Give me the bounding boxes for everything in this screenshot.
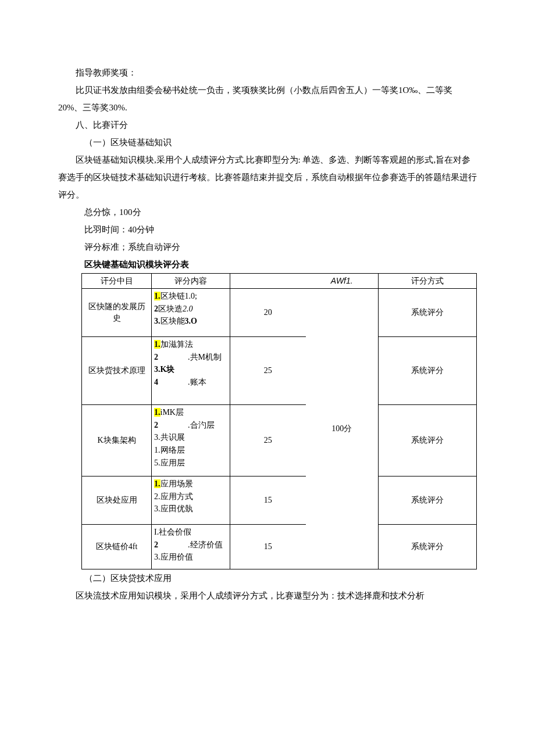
paragraph-cert: 比贝证书发放由组委会秘书处统一负击，奖项狭奖比例（小数点后四舍五人）一等奖1O‰… — [58, 81, 477, 116]
cell-content: I.社会价假 2.经济价值 3.应用价值 — [152, 525, 230, 569]
text: 1.网络层 — [154, 446, 185, 454]
text-permille: ‰ — [409, 85, 418, 95]
num-hl: 1. — [154, 479, 160, 488]
table-row: 区块链价4ft I.社会价假 2.经济价值 3.应用价值 15 系统评分 — [82, 525, 477, 569]
line-totalscore: 总分惊，100分 — [58, 203, 477, 221]
num-hl: 1. — [154, 292, 160, 300]
document-page: 指导教师奖项： 比贝证书发放由组委会秘书处统一负击，奖项狭奖比例（小数点后四舍五… — [0, 0, 535, 651]
line-time: 比羽时间：40分钟 — [58, 221, 477, 238]
num: 4 — [154, 376, 188, 389]
text: 区块能 — [160, 317, 185, 325]
cell-content: 1.加滋算法 2.共M机制 3.K块 4.账本 — [152, 337, 230, 405]
cell-score: 15 — [230, 525, 306, 569]
th-awf: AWf1. — [306, 274, 379, 289]
score-table: 讦分中目 评分内容 AWf1. 讦分方式 区快隧的发展历史 1.区块链1.0; … — [81, 273, 477, 569]
cell-item: 区块赀技术原理 — [82, 337, 152, 405]
text: .合汋层 — [188, 421, 215, 429]
cell-item: K块集架构 — [82, 405, 152, 476]
cell-item: 区块处应用 — [82, 476, 152, 525]
text: 2.应用方式 — [154, 492, 193, 501]
cell-method: 系统评分 — [379, 289, 477, 337]
text: iMK层 — [160, 408, 184, 417]
text: 3.应田优埶 — [154, 504, 193, 513]
table-row: K块集架构 1.iMK层 2.合汋层 3.共识展 1.网络层 5.应用层 25 … — [82, 405, 477, 476]
text: I.社会价假 — [154, 528, 191, 536]
cell-score: 25 — [230, 405, 306, 476]
th-empty — [230, 274, 306, 289]
text: 应用场景 — [160, 479, 193, 488]
table-header-row: 讦分中目 评分内容 AWf1. 讦分方式 — [82, 274, 477, 289]
num: 2 — [154, 351, 188, 364]
cell-item: 区块链价4ft — [82, 525, 152, 569]
text: 区块链1.0; — [160, 292, 197, 300]
cell-score: 20 — [230, 289, 306, 337]
text: 区块造 — [158, 304, 183, 313]
subheading-two: （二）区块贷技术应用 — [58, 569, 477, 587]
th-content: 评分内容 — [152, 274, 230, 289]
cell-method: 系统评分 — [379, 525, 477, 569]
cell-content: 1.区块链1.0; 2区块造2.0 3.区块能3.O — [152, 289, 230, 337]
text: 比贝证书发放由组委会秘书处统一负击，奖项狭奖比例（小数点后四舍五人）一等奖1O — [76, 85, 409, 95]
cell-method: 系统评分 — [379, 337, 477, 405]
cell-method: 系统评分 — [379, 405, 477, 476]
cell-content: 1.iMK层 2.合汋层 3.共识展 1.网络层 5.应用层 — [152, 405, 230, 476]
cell-content: 1.应用场景 2.应用方式 3.应田优埶 — [152, 476, 230, 525]
text: 5.应用层 — [154, 458, 185, 467]
text: 3.应用价值 — [154, 553, 193, 561]
num-hl: 1. — [154, 340, 160, 349]
cell-total: 100分 — [306, 289, 379, 569]
paragraph-desc: 区块链基础知识模块,采用个人成绩评分方式.比赛即型分为: 单选、多选、判断等客观… — [58, 151, 477, 203]
num: 3.O — [185, 317, 197, 325]
text-italic: 2.0 — [183, 304, 193, 313]
paragraph-app: 区块流技术应用知识模块，采用个人成绩评分方式，比赛遨型分为：技术选择鹿和技术分析 — [58, 587, 477, 604]
text: .经济价值 — [188, 540, 223, 549]
table-title: 区块键基础知识模块评分表 — [58, 256, 477, 273]
text: 3.共识展 — [154, 433, 185, 442]
text: .共M机制 — [188, 353, 222, 361]
table-row: 区块处应用 1.应用场景 2.应用方式 3.应田优埶 15 系统评分 — [82, 476, 477, 525]
cell-method: 系统评分 — [379, 476, 477, 525]
cell-score: 25 — [230, 337, 306, 405]
text-bold: 3.K块 — [154, 365, 174, 374]
num: 3. — [154, 317, 160, 325]
th-item: 讦分中目 — [82, 274, 152, 289]
text: .账本 — [188, 378, 206, 386]
num: 2 — [154, 539, 188, 551]
text: 加滋算法 — [160, 340, 193, 349]
line-standard: 评分标准；系统自动评分 — [58, 238, 477, 256]
paragraph-award-teacher: 指导教师奖项： — [58, 64, 477, 81]
num: 2 — [154, 419, 188, 432]
subheading-one: （一）区块链基础知识 — [58, 134, 477, 151]
th-method: 讦分方式 — [379, 274, 477, 289]
num: 2 — [154, 304, 158, 313]
num-hl: 1. — [154, 408, 160, 417]
table-row: 区块赀技术原理 1.加滋算法 2.共M机制 3.K块 4.账本 25 系统评分 — [82, 337, 477, 405]
cell-score: 15 — [230, 476, 306, 525]
heading-eight: 八、比赛讦分 — [58, 116, 477, 134]
table-row: 区快隧的发展历史 1.区块链1.0; 2区块造2.0 3.区块能3.O 20 1… — [82, 289, 477, 337]
cell-item: 区快隧的发展历史 — [82, 289, 152, 337]
